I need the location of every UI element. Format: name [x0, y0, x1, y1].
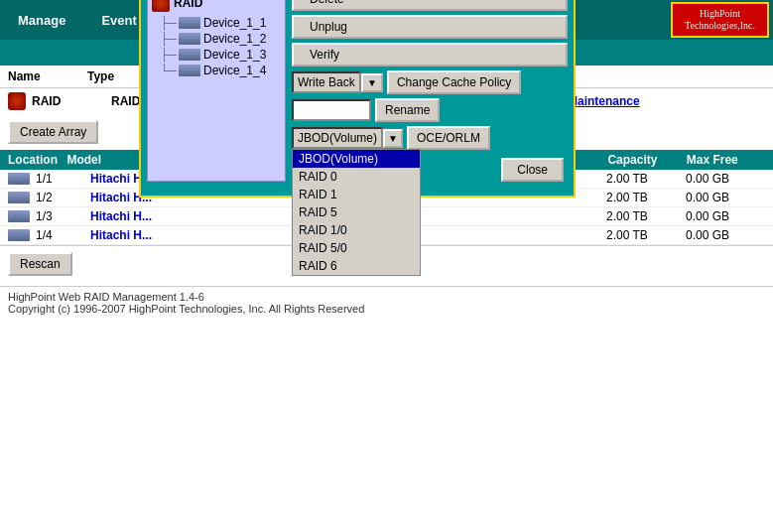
- rename-button[interactable]: Rename: [375, 98, 440, 122]
- footer: HighPoint Web RAID Management 1.4-6 Copy…: [0, 286, 773, 319]
- th-location: Location: [8, 153, 66, 167]
- type-row: JBOD(Volume) ▼ JBOD(Volume) RAID 0 RAID …: [292, 126, 568, 150]
- type-select-wrap: JBOD(Volume) ▼ JBOD(Volume) RAID 0 RAID …: [292, 127, 403, 149]
- tree-root-label: RAID: [174, 0, 202, 10]
- create-array-button[interactable]: Create Array: [8, 120, 98, 144]
- tree-item-label-4: Device_1_4: [203, 64, 266, 77]
- th-maxfree: Max Free: [687, 153, 765, 167]
- disk-model-4: Hitachi H...: [90, 228, 219, 242]
- dropdown-item-raid6[interactable]: RAID 6: [293, 257, 420, 275]
- tree-line-1: ├─: [160, 16, 177, 30]
- cache-policy-row: Write Back ▼ Change Cache Policy: [292, 70, 568, 94]
- tree-item-label-2: Device_1_2: [203, 32, 266, 46]
- tree-line-2: ├─: [160, 32, 177, 46]
- array-info-modal: Array Information RAID ├─ Device_1_1 ├─: [139, 0, 576, 198]
- dropdown-item-raid50[interactable]: RAID 5/0: [293, 239, 420, 257]
- cache-policy-select[interactable]: Write Back: [292, 71, 361, 93]
- disk-capacity-1: 2.00 TB: [606, 172, 686, 186]
- type-select[interactable]: JBOD(Volume): [292, 127, 383, 149]
- device-name: RAID: [32, 94, 111, 108]
- disk-maxfree-1: 0.00 GB: [686, 172, 765, 186]
- disk-maxfree-2: 0.00 GB: [686, 191, 765, 204]
- cache-select-arrow-icon[interactable]: ▼: [361, 73, 383, 92]
- close-button[interactable]: Close: [501, 158, 564, 182]
- dropdown-item-raid5[interactable]: RAID 5: [293, 203, 420, 221]
- tree-root-icon: [152, 0, 170, 12]
- logo-line2: Technologies,Inc.: [685, 20, 755, 32]
- th-name: Name: [8, 69, 87, 83]
- array-modal-body: RAID ├─ Device_1_1 ├─ Device_1_2 ├─: [141, 0, 574, 188]
- raid-icon: [8, 92, 26, 110]
- disk-icon-1: [8, 173, 30, 185]
- tree-item-3: ├─ Device_1_3: [160, 48, 281, 62]
- footer-line1: HighPoint Web RAID Management 1.4-6: [8, 291, 765, 303]
- controls-panel: Delete Unplug Verify Write Back ▼ Change…: [292, 0, 568, 182]
- disk-location-3: 1/3: [36, 209, 90, 223]
- nav-manage[interactable]: Manage: [0, 7, 83, 34]
- tree-hdd-3: [179, 49, 200, 61]
- verify-button[interactable]: Verify: [292, 43, 568, 66]
- disk-location-2: 1/2: [36, 191, 90, 204]
- logo-line1: HighPoint: [685, 8, 755, 20]
- disk-capacity-4: 2.00 TB: [606, 228, 686, 242]
- delete-button[interactable]: Delete: [292, 0, 568, 11]
- dropdown-item-raid10[interactable]: RAID 1/0: [293, 221, 420, 239]
- tree-line-3: ├─: [160, 48, 177, 62]
- tree-hdd-4: [179, 65, 200, 76]
- array-tree-panel: RAID ├─ Device_1_1 ├─ Device_1_2 ├─: [147, 0, 286, 182]
- disk-capacity-2: 2.00 TB: [606, 191, 686, 204]
- rescan-button[interactable]: Rescan: [8, 252, 72, 276]
- maintenance-link[interactable]: Maintenance: [568, 94, 640, 108]
- content-wrapper: Array Information RAID ├─ Device_1_1 ├─: [0, 150, 773, 245]
- unplug-button[interactable]: Unplug: [292, 15, 568, 39]
- disk-maxfree-4: 0.00 GB: [686, 228, 765, 242]
- type-select-arrow-icon[interactable]: ▼: [383, 129, 403, 148]
- dropdown-item-raid1[interactable]: RAID 1: [293, 186, 420, 203]
- tree-item-1: ├─ Device_1_1: [160, 16, 281, 30]
- change-cache-policy-button[interactable]: Change Cache Policy: [387, 70, 521, 94]
- rename-input[interactable]: [292, 99, 371, 121]
- disk-maxfree-3: 0.00 GB: [686, 209, 765, 223]
- tree-item-2: ├─ Device_1_2: [160, 32, 281, 46]
- disk-location-1: 1/1: [36, 172, 90, 186]
- rename-row: Rename: [292, 98, 568, 122]
- tree-hdd-1: [179, 17, 200, 29]
- disk-icon-3: [8, 210, 30, 222]
- tree-item-4: └─ Device_1_4: [160, 64, 281, 77]
- tree-hdd-2: [179, 33, 200, 45]
- main-content: Logical Device Information Name Type Cap…: [0, 40, 773, 319]
- tree-root: RAID: [152, 0, 281, 12]
- tree-item-label-1: Device_1_1: [203, 16, 266, 30]
- tree-item-label-3: Device_1_3: [203, 48, 266, 62]
- logo: HighPoint Technologies,Inc.: [671, 2, 769, 38]
- disk-location-4: 1/4: [36, 228, 90, 242]
- tree-line-4: └─: [160, 64, 177, 77]
- th-dcapacity: Capacity: [607, 153, 686, 167]
- oceorlm-button[interactable]: OCE/ORLM: [407, 126, 490, 150]
- footer-line2: Copyright (c) 1996-2007 HighPoint Techno…: [8, 303, 765, 315]
- cache-select-wrap: Write Back ▼: [292, 71, 383, 93]
- disk-icon-4: [8, 229, 30, 241]
- dropdown-item-raid0[interactable]: RAID 0: [293, 168, 420, 186]
- dropdown-item-jbod[interactable]: JBOD(Volume): [293, 150, 420, 168]
- disk-model-3: Hitachi H...: [90, 209, 219, 223]
- disk-icon-2: [8, 192, 30, 203]
- type-dropdown-list: JBOD(Volume) RAID 0 RAID 1 RAID 5 RAID 1…: [292, 149, 421, 276]
- disk-capacity-3: 2.00 TB: [606, 209, 686, 223]
